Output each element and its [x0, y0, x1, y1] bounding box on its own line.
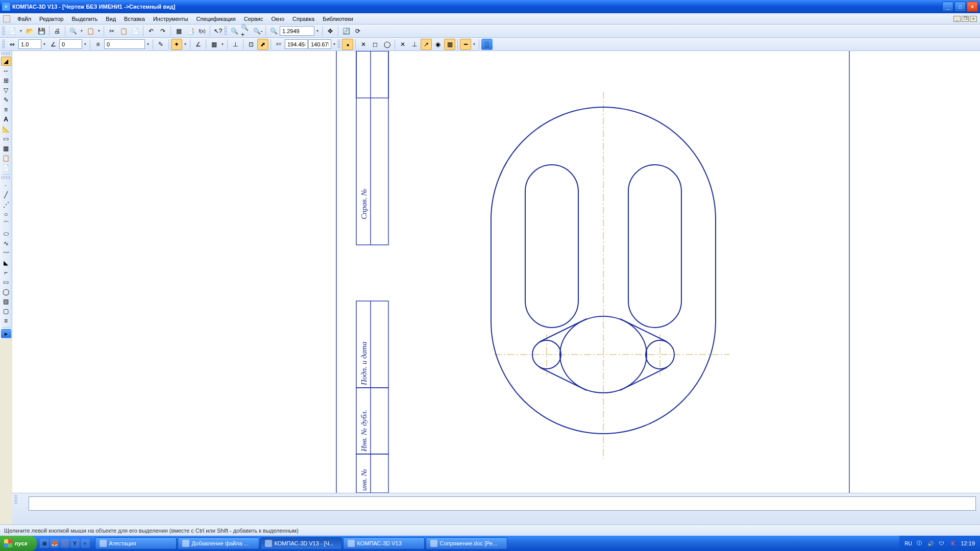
ortho[interactable]: ⊥	[230, 39, 241, 50]
menu-window[interactable]: Окно	[267, 15, 288, 23]
menu-select[interactable]: Выделить	[67, 15, 102, 23]
toolbar2-grip[interactable]	[2, 40, 5, 49]
maximize-button[interactable]: □	[954, 2, 966, 12]
arc-tool[interactable]: ⌒	[1, 219, 11, 229]
ql-opera-icon[interactable]: O	[60, 539, 69, 548]
chamfer-tool[interactable]: ◣	[1, 258, 11, 267]
xy-dd[interactable]: ▼	[332, 39, 337, 50]
message-area[interactable]	[29, 496, 976, 511]
step-dd[interactable]: ▼	[42, 39, 47, 50]
props-dd[interactable]: ▼	[96, 26, 102, 37]
help-cursor-button[interactable]: ↖?	[212, 26, 224, 37]
snap-near[interactable]: ◉	[432, 39, 444, 50]
lang-indicator[interactable]: RU	[904, 540, 912, 547]
polygon-tool[interactable]: ◯	[1, 287, 11, 296]
refresh-button[interactable]: 🔄	[340, 26, 352, 37]
round[interactable]: ⊡	[246, 39, 257, 50]
hatch-tool[interactable]: ▨	[1, 297, 11, 306]
snap-center[interactable]: ◯	[381, 39, 393, 50]
snap-int[interactable]: ✕	[397, 39, 408, 50]
menu-help[interactable]: Справка	[288, 15, 318, 23]
menu-spec[interactable]: Спецификация	[192, 15, 240, 23]
circle-tool[interactable]: ○	[1, 210, 11, 219]
snap-grid[interactable]: ▦	[444, 39, 455, 50]
mdi-minimize-button[interactable]: _	[953, 16, 961, 22]
snap-3[interactable]: ∠	[192, 39, 204, 50]
aux-line-tool[interactable]: ⋰	[1, 200, 11, 209]
spline-tool[interactable]: ∿	[1, 239, 11, 248]
geometry-tool[interactable]: ◢	[1, 57, 11, 66]
redo-button[interactable]: ↷	[157, 26, 168, 37]
select-tool[interactable]: ▭	[1, 134, 11, 143]
snap-tan[interactable]: ↗	[421, 39, 432, 50]
measure-tool[interactable]: 📐	[1, 124, 11, 134]
zoom-dd[interactable]: ▼	[315, 26, 320, 37]
open-button[interactable]: 📂	[24, 26, 35, 37]
angle-dd[interactable]: ▼	[83, 39, 88, 50]
snap-2[interactable]: ✦	[171, 39, 182, 50]
grid-snap[interactable]: ▦	[208, 39, 219, 50]
snap-mid[interactable]: ◻	[370, 39, 381, 50]
views-tool[interactable]: ▦	[1, 144, 11, 153]
ql-yandex-icon[interactable]: Y	[70, 539, 80, 548]
ql-more-icon[interactable]: »	[81, 539, 90, 548]
reports-tool[interactable]: 📄	[1, 163, 11, 172]
clock[interactable]: 12:19	[961, 540, 975, 546]
tray-icon-2[interactable]: 🔊	[927, 540, 934, 547]
print-button[interactable]: 🖨	[52, 26, 63, 37]
paste-button[interactable]: 📄	[130, 26, 141, 37]
vtoolbar-grip2[interactable]	[2, 176, 11, 179]
preview-dd[interactable]: ▼	[79, 26, 84, 37]
mdi-restore-button[interactable]: ❐	[962, 16, 969, 22]
ellipse-tool[interactable]: ⬭	[1, 229, 11, 238]
grid-button[interactable]: ▦	[173, 26, 184, 37]
close-button[interactable]: ×	[967, 2, 978, 12]
copy-button[interactable]: 📋	[118, 26, 129, 37]
style-dd[interactable]: ▼	[145, 39, 151, 50]
line-tool[interactable]: ╱	[1, 190, 11, 199]
rebuild-button[interactable]: ⟳	[352, 26, 363, 37]
snap-end[interactable]: ✕	[358, 39, 369, 50]
snaps-on[interactable]: ⬥	[342, 39, 353, 50]
drawing-canvas[interactable]: Справ. № Подп. и дата Инв. № дубл. инв. …	[12, 51, 980, 493]
toolbar2-grip2[interactable]	[337, 40, 340, 49]
snap-perp[interactable]: ⊥	[409, 39, 420, 50]
properties-button[interactable]: 📋	[85, 26, 96, 37]
bezier-tool[interactable]: 〰	[1, 248, 11, 258]
menu-file[interactable]: Файл	[13, 15, 35, 23]
tray-icon-3[interactable]: 🛡	[938, 540, 945, 547]
toolbar-grip[interactable]	[2, 27, 5, 36]
tray-icon-4[interactable]: K	[949, 540, 957, 547]
text-tool[interactable]: А	[1, 115, 11, 124]
lines-dd[interactable]: ▼	[472, 39, 477, 50]
hatch[interactable]: ░	[481, 39, 493, 50]
local-cs[interactable]: ⬈	[257, 39, 268, 50]
snap2-dd[interactable]: ▼	[183, 39, 188, 50]
task-btn-2[interactable]: Добавление файла ...	[178, 537, 259, 549]
start-button[interactable]: пуск	[0, 536, 37, 551]
menu-insert[interactable]: Вставка	[120, 15, 149, 23]
mdi-close-button[interactable]: ×	[970, 16, 977, 22]
snap-1[interactable]: ✎	[155, 39, 166, 50]
param-tool[interactable]: ≡	[1, 105, 11, 114]
layers-button[interactable]: 📑	[185, 26, 196, 37]
fx-button[interactable]: f(x)	[197, 26, 208, 37]
pan-button[interactable]: ✥	[325, 26, 336, 37]
spec-tool[interactable]: 📋	[1, 154, 11, 163]
contour-tool[interactable]: ▢	[1, 307, 11, 316]
step-input[interactable]	[18, 39, 41, 49]
rect-tool[interactable]: ▭	[1, 278, 11, 287]
y-coord[interactable]	[308, 39, 331, 49]
zoom-input[interactable]	[280, 26, 314, 36]
toolbar-grip-2[interactable]	[224, 27, 227, 36]
ql-desktop-icon[interactable]: 🖥	[40, 539, 49, 548]
menu-view[interactable]: Вид	[102, 15, 120, 23]
task-btn-5[interactable]: Сопряжение.doc [Ре...	[426, 537, 507, 549]
lines-set[interactable]: ━	[460, 39, 471, 50]
roughness-tool[interactable]: ▽	[1, 86, 11, 95]
vtoolbar-grip[interactable]	[2, 52, 11, 55]
minimize-button[interactable]: _	[942, 2, 953, 12]
zoom-window-button[interactable]: 🔍	[268, 26, 279, 37]
menu-service[interactable]: Сервис	[240, 15, 267, 23]
tray-icon-1[interactable]: ⓘ	[916, 540, 923, 547]
